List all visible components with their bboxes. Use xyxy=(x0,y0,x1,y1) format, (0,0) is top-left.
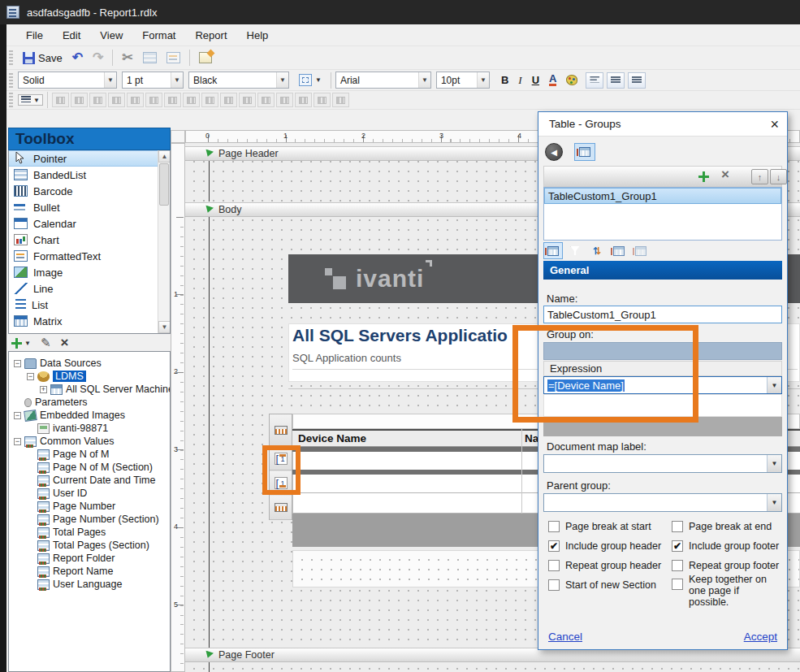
increase-v-space-button[interactable] xyxy=(257,93,275,107)
add-group-button[interactable] xyxy=(698,171,709,182)
toolbox-item-formattedtext[interactable]: FormattedText xyxy=(9,248,170,264)
cut-button[interactable]: ✂ xyxy=(117,50,137,66)
scroll-down-icon[interactable]: ▼ xyxy=(158,321,171,333)
checkbox-icon[interactable] xyxy=(548,521,560,532)
borders-picker-button[interactable]: ▼ xyxy=(294,72,326,89)
checkbox-keep-together[interactable]: Keep together on one page if possible. xyxy=(672,574,779,608)
align-menu-button[interactable]: ▼ xyxy=(18,94,43,106)
checkbox-icon[interactable]: ✔ xyxy=(548,540,560,552)
toolbar-grip[interactable] xyxy=(9,73,13,88)
collapse-icon[interactable]: − xyxy=(14,360,21,367)
save-button[interactable]: Save xyxy=(18,50,67,67)
paste-button[interactable] xyxy=(162,50,185,66)
toolbox-item-line[interactable]: Line xyxy=(9,280,170,297)
align-centers-button[interactable] xyxy=(89,93,106,107)
toolbox-item-bandedlist[interactable]: BandedList xyxy=(9,167,170,183)
align-left-button[interactable] xyxy=(586,72,603,89)
tree-item-user-id[interactable]: User ID xyxy=(9,487,170,500)
toolbox-item-list[interactable]: List xyxy=(9,297,170,313)
tree-item-common-values[interactable]: −Common Values xyxy=(9,435,170,448)
menu-report[interactable]: Report xyxy=(185,26,236,45)
toolbox-item-chart[interactable]: Chart xyxy=(9,232,170,248)
column-header-name[interactable]: Na xyxy=(525,432,538,444)
column-header-device-name[interactable]: Device Name xyxy=(292,432,366,444)
move-down-button[interactable]: ↓ xyxy=(770,169,787,184)
visibility-tab[interactable] xyxy=(609,242,629,259)
bold-button[interactable]: B xyxy=(496,72,513,89)
checkbox-icon[interactable] xyxy=(548,579,560,591)
align-middles-button[interactable] xyxy=(108,93,125,107)
toolbar-grip[interactable] xyxy=(9,93,13,107)
align-tops-button[interactable] xyxy=(71,93,88,107)
tree-item-embedded-images[interactable]: −Embedded Images xyxy=(9,409,170,422)
align-center-button[interactable] xyxy=(607,72,625,89)
size-same-height-button[interactable] xyxy=(145,93,162,107)
font-family-select[interactable]: Arial▼ xyxy=(335,72,431,89)
dialog-title-bar[interactable]: Table - Groups × xyxy=(538,112,787,137)
toolbox-item-bullet[interactable]: Bullet xyxy=(9,199,170,215)
italic-button[interactable]: I xyxy=(513,72,526,89)
checkbox-icon[interactable]: ✔ xyxy=(672,540,683,552)
checkbox-page-break-at-end[interactable]: Page break at end xyxy=(672,521,772,532)
underline-button[interactable]: U xyxy=(527,72,544,89)
sort-tab[interactable]: ⇅ xyxy=(587,242,607,259)
properties-button[interactable] xyxy=(194,50,217,66)
report-title-text[interactable]: All SQL Servers Applicatio xyxy=(292,326,508,345)
tree-item-current-date-and-time[interactable]: Current Date and Time xyxy=(9,474,170,487)
title-bar[interactable]: asdfadsgadfb - Report1.rdlx xyxy=(0,0,800,24)
checkbox-icon[interactable] xyxy=(672,579,683,590)
bring-to-front-button[interactable] xyxy=(314,93,331,107)
checkbox-icon[interactable] xyxy=(548,560,560,571)
move-up-button[interactable]: ↑ xyxy=(751,169,768,184)
size-same-width-button[interactable] xyxy=(127,93,144,107)
group-name-input[interactable]: TableCustom1_Group1 xyxy=(543,306,782,323)
tree-item-report-name[interactable]: Report Name xyxy=(9,565,170,578)
checkbox-icon[interactable] xyxy=(672,521,683,532)
expand-icon[interactable]: + xyxy=(40,386,47,393)
checkbox-include-group-header[interactable]: ✔Include group header xyxy=(548,540,661,552)
tree-item-report-folder[interactable]: Report Folder xyxy=(9,552,170,565)
checkbox-icon[interactable] xyxy=(672,560,683,571)
delete-group-button[interactable]: × xyxy=(721,169,729,180)
chevron-down-icon[interactable]: ▼ xyxy=(767,494,781,511)
checkbox-repeat-group-header[interactable]: Repeat group header xyxy=(548,560,661,571)
toolbox-item-calendar[interactable]: Calendar xyxy=(9,215,170,232)
collapse-icon[interactable]: − xyxy=(14,438,21,445)
space-across-button[interactable] xyxy=(201,93,218,107)
size-same-both-button[interactable] xyxy=(164,93,181,107)
border-width-select[interactable]: 1 pt▼ xyxy=(122,72,184,89)
close-icon[interactable]: × xyxy=(770,118,779,131)
tree-item-user-language[interactable]: User Language xyxy=(9,578,170,591)
toolbar-grip[interactable] xyxy=(9,50,13,65)
tree-item-total-pages[interactable]: Total Pages xyxy=(9,526,170,539)
general-tab[interactable] xyxy=(543,242,563,259)
tree-item-data-sources[interactable]: −Data Sources xyxy=(9,357,170,370)
toolbox-item-matrix[interactable]: Matrix xyxy=(9,313,170,329)
checkbox-include-group-footer[interactable]: ✔Include group footer xyxy=(672,540,779,552)
column-divider[interactable] xyxy=(521,429,522,514)
size-to-grid-button[interactable] xyxy=(183,93,200,107)
back-button[interactable]: ◀ xyxy=(545,143,563,161)
document-map-combo[interactable]: ▼ xyxy=(543,454,782,473)
tree-item-page-number[interactable]: Page Number xyxy=(9,500,170,513)
collapse-section-icon[interactable] xyxy=(204,150,214,158)
center-vertical-button[interactable] xyxy=(295,93,312,107)
checkbox-page-break-at-start[interactable]: Page break at start xyxy=(548,521,651,532)
parent-group-combo[interactable]: ▼ xyxy=(543,493,782,512)
tree-item-ldms[interactable]: −LDMS xyxy=(9,370,170,383)
add-datasource-button[interactable]: ▼ xyxy=(11,338,31,349)
detail-row-handle[interactable] xyxy=(270,496,292,520)
center-horizontal-button[interactable] xyxy=(276,93,293,107)
tree-item-page-n-of-m[interactable]: Page N of M xyxy=(9,448,170,461)
increase-h-space-button[interactable] xyxy=(239,93,256,107)
edit-button[interactable]: ✎ xyxy=(41,336,51,350)
chevron-down-icon[interactable]: ▼ xyxy=(767,377,781,393)
tree-item-page-n-of-m-section[interactable]: Page N of M (Section) xyxy=(9,461,170,474)
cancel-link[interactable]: Cancel xyxy=(548,631,582,643)
toolbox-scrollbar[interactable]: ▲ ▼ xyxy=(158,150,170,333)
scroll-up-icon[interactable]: ▲ xyxy=(158,150,171,163)
menu-edit[interactable]: Edit xyxy=(53,26,90,45)
toolbox-item-pointer[interactable]: Pointer xyxy=(9,150,170,167)
menu-help[interactable]: Help xyxy=(237,26,279,45)
space-down-button[interactable] xyxy=(220,93,237,107)
